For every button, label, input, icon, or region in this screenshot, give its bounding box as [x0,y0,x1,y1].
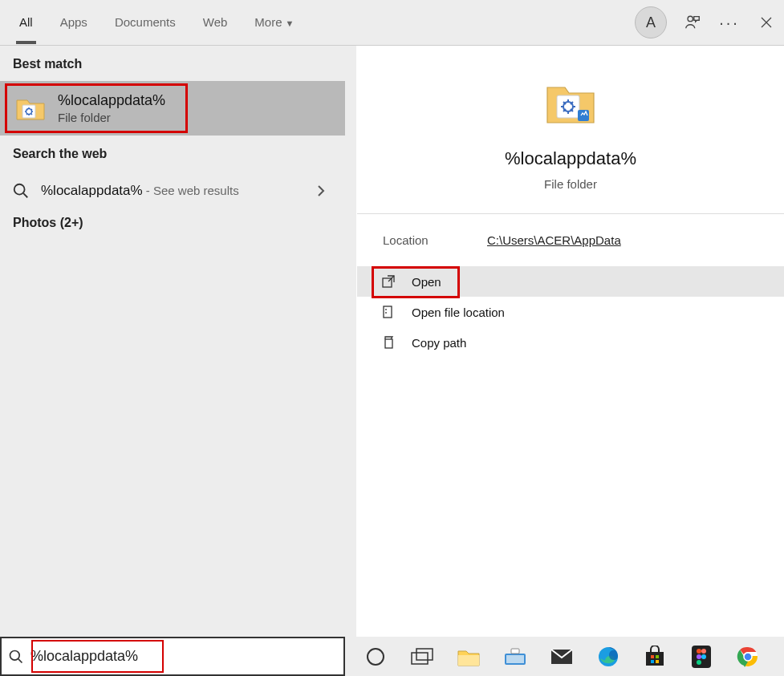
svg-rect-12 [412,653,428,664]
svg-point-3 [14,184,25,195]
location-label: Location [383,233,487,247]
svg-point-10 [10,650,20,660]
section-search-web: Search the web [0,136,345,171]
action-copy-path-label: Copy path [412,336,466,350]
open-icon [381,274,397,289]
location-link[interactable]: C:\Users\ACER\AppData [487,233,621,247]
svg-rect-24 [656,660,659,663]
svg-point-29 [701,654,706,659]
web-result-query: %localappdata% [41,183,143,198]
best-match-title: %localappdata% [58,92,165,109]
svg-rect-21 [651,655,654,658]
svg-point-26 [697,649,701,654]
preview-panel: %localappdata% File folder Location C:\U… [356,46,784,637]
file-explorer-icon[interactable] [454,642,483,671]
svg-rect-17 [511,649,519,654]
svg-rect-22 [656,655,659,658]
search-input[interactable] [30,638,343,674]
action-open-file-location[interactable]: Open file location [357,297,784,327]
svg-point-28 [697,654,701,659]
action-open-location-label: Open file location [412,306,505,319]
file-location-icon [381,305,397,319]
best-match-result[interactable]: %localappdata% File folder [0,81,345,136]
action-open-label: Open [412,275,441,289]
tab-apps[interactable]: Apps [57,2,91,43]
edge-icon[interactable] [594,642,623,671]
svg-rect-9 [385,339,392,348]
more-options-icon[interactable]: ··· [718,11,741,34]
chevron-down-icon: ▼ [286,18,295,28]
svg-point-27 [701,649,706,654]
best-match-subtitle: File folder [58,111,165,124]
figma-icon[interactable] [687,642,716,671]
web-search-result[interactable]: %localappdata% - See web results [0,171,345,211]
action-open[interactable]: Open [357,266,784,297]
feedback-icon[interactable] [681,11,704,34]
folder-icon [14,92,47,124]
preview-title: %localappdata% [505,148,636,169]
preview-subtitle: File folder [544,177,597,191]
svg-point-30 [697,660,701,665]
svg-rect-4 [557,95,579,118]
svg-rect-13 [416,649,433,660]
avatar[interactable]: A [635,6,667,38]
section-best-match: Best match [0,46,345,81]
search-icon [2,649,30,665]
svg-point-11 [368,649,384,665]
svg-rect-16 [506,655,524,663]
search-box[interactable] [0,637,345,676]
tab-web[interactable]: Web [200,2,231,43]
tab-more[interactable]: More▼ [251,2,297,43]
section-photos[interactable]: Photos (2+) [0,211,345,240]
tab-documents[interactable]: Documents [112,2,179,43]
svg-rect-1 [22,105,35,118]
web-result-suffix: - See web results [143,184,239,197]
results-panel: Best match %localappdata% File folder Se [0,46,345,637]
copy-icon [381,335,397,350]
cortana-icon[interactable] [361,642,390,671]
task-view-icon[interactable] [408,642,437,671]
svg-rect-23 [651,660,654,663]
search-icon [12,182,31,200]
svg-point-0 [688,16,693,21]
svg-rect-14 [458,655,479,666]
svg-rect-8 [384,306,392,318]
folder-icon [542,75,599,131]
action-copy-path[interactable]: Copy path [357,327,784,358]
store-icon[interactable] [640,642,669,671]
taskbar [345,637,784,676]
svg-rect-20 [646,652,664,666]
close-icon[interactable] [755,11,778,34]
chrome-icon[interactable] [733,642,762,671]
search-tabs-bar: All Apps Documents Web More▼ A ··· [0,0,784,46]
tab-all[interactable]: All [16,2,36,43]
chevron-right-icon [316,184,326,197]
keyboard-icon[interactable] [501,642,530,671]
mail-icon[interactable] [547,642,576,671]
location-row: Location C:\Users\ACER\AppData [357,214,784,266]
